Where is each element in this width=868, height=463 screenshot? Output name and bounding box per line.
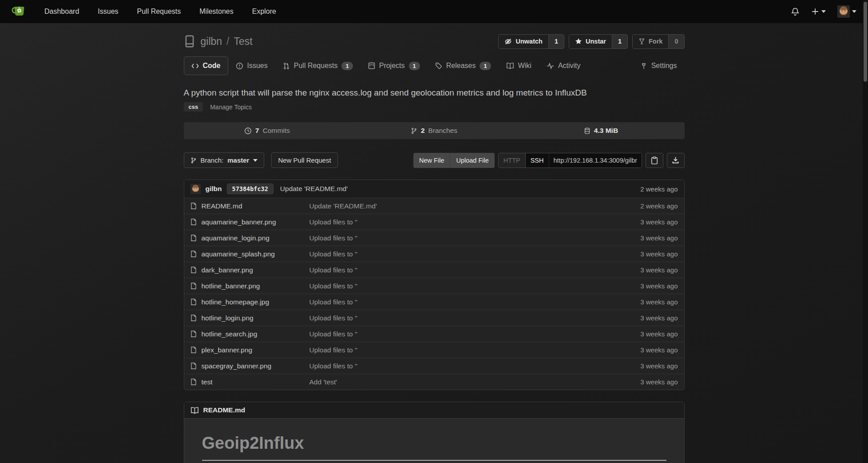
forks-count[interactable]: 0 xyxy=(668,35,684,48)
code-icon xyxy=(191,63,199,69)
new-file-button[interactable]: New File xyxy=(413,153,450,168)
file-name-link[interactable]: README.md xyxy=(202,202,242,210)
branch-selector[interactable]: Branch: master xyxy=(184,152,265,168)
watchers-count[interactable]: 1 xyxy=(548,35,564,48)
commits-stat[interactable]: 7 Commits xyxy=(184,122,351,139)
repo-header: gilbn / Test Unwatch 1 Unstar 1 xyxy=(184,33,685,50)
file-name-link[interactable]: hotline_homepage.jpg xyxy=(202,298,270,306)
readme-header: README.md xyxy=(184,402,684,419)
chevron-down-icon xyxy=(253,159,258,162)
tab-wiki-label: Wiki xyxy=(518,62,531,70)
scrollbar-thumb[interactable] xyxy=(864,2,867,82)
create-new-button[interactable] xyxy=(811,8,826,16)
file-commit-message[interactable]: Upload files to '' xyxy=(309,330,641,338)
file-name-link[interactable]: spacegray_banner.png xyxy=(202,362,272,370)
table-row: plex_banner.png Upload files to '' 3 wee… xyxy=(184,342,684,358)
tab-pull-requests[interactable]: Pull Requests 1 xyxy=(275,56,361,76)
branches-stat[interactable]: 2 Branches xyxy=(351,122,518,139)
repo-owner-link[interactable]: gilbn xyxy=(201,36,222,48)
upload-file-button[interactable]: Upload File xyxy=(450,153,494,168)
commit-hash-link[interactable]: 57384bfc32 xyxy=(227,184,273,194)
file-commit-message[interactable]: Update 'README.md' xyxy=(309,202,641,210)
file-name-link[interactable]: dark_banner.png xyxy=(202,266,253,274)
file-commit-message[interactable]: Upload files to '' xyxy=(309,298,641,306)
topnav-item[interactable]: Milestones xyxy=(199,8,233,16)
pulse-icon xyxy=(547,63,554,69)
file-name-link[interactable]: hotline_login.png xyxy=(202,314,254,322)
tab-releases[interactable]: Releases 1 xyxy=(428,56,499,76)
readme-body: Geoip2Influx DOCKER BUILD PASSING IMAGE … xyxy=(184,419,684,463)
file-name-link[interactable]: plex_banner.png xyxy=(202,346,253,354)
clone-url-input[interactable] xyxy=(549,153,642,168)
ssh-protocol-button[interactable]: SSH xyxy=(526,153,549,168)
file-commit-message[interactable]: Upload files to '' xyxy=(309,314,641,322)
tab-activity-label: Activity xyxy=(558,62,581,70)
commit-author-name[interactable]: gilbn xyxy=(206,185,222,193)
file-commit-message[interactable]: Upload files to '' xyxy=(309,250,641,258)
file-name-link[interactable]: hotline_search.jpg xyxy=(202,330,258,338)
tab-issues[interactable]: Issues xyxy=(228,56,275,75)
file-actions-group: New File Upload File xyxy=(413,153,495,168)
file-icon xyxy=(190,330,197,338)
file-name-link[interactable]: aquamarine_banner.png xyxy=(202,218,276,226)
toolbar-right: New File Upload File HTTP SSH xyxy=(413,153,684,168)
http-protocol-button[interactable]: HTTP xyxy=(499,153,526,168)
file-name-cell: dark_banner.png xyxy=(190,266,309,274)
tab-activity[interactable]: Activity xyxy=(539,56,588,75)
unwatch-button[interactable]: Unwatch xyxy=(499,35,548,48)
file-name-cell: plex_banner.png xyxy=(190,346,309,354)
topnav-item[interactable]: Issues xyxy=(98,8,118,16)
file-name-cell: hotline_homepage.jpg xyxy=(190,298,309,306)
file-commit-date: 3 weeks ago xyxy=(640,234,678,242)
download-button[interactable] xyxy=(667,153,685,168)
tab-wiki[interactable]: Wiki xyxy=(499,56,539,75)
file-commit-message[interactable]: Upload files to '' xyxy=(309,282,641,290)
topic-chip-css[interactable]: css xyxy=(184,102,203,112)
notifications-bell-icon[interactable] xyxy=(791,7,800,16)
file-commit-message[interactable]: Upload files to '' xyxy=(309,234,641,242)
unstar-button[interactable]: Unstar xyxy=(569,35,612,48)
copy-url-button[interactable] xyxy=(646,153,663,168)
repo-tabs: Code Issues Pull Requests 1 Projects 1 R… xyxy=(184,55,685,76)
file-name-link[interactable]: test xyxy=(202,378,213,386)
file-name-cell: spacegray_banner.png xyxy=(190,362,309,370)
file-commit-message[interactable]: Upload files to '' xyxy=(309,218,641,226)
file-commit-message[interactable]: Add 'test' xyxy=(309,378,641,386)
file-commit-date: 3 weeks ago xyxy=(640,330,678,338)
stars-count[interactable]: 1 xyxy=(612,35,627,48)
file-commit-message[interactable]: Upload files to '' xyxy=(309,362,641,370)
size-stat[interactable]: 4.3 MiB xyxy=(518,122,685,139)
gitea-logo-icon[interactable] xyxy=(12,5,27,18)
topnav-item[interactable]: Explore xyxy=(252,8,276,16)
tab-settings[interactable]: Settings xyxy=(633,56,685,75)
tab-code[interactable]: Code xyxy=(184,56,228,75)
eye-slash-icon xyxy=(504,38,512,45)
file-name-link[interactable]: aquamarine_splash.png xyxy=(202,250,275,258)
code-toolbar: Branch: master New Pull Request New File… xyxy=(184,152,685,168)
new-pull-request-button[interactable]: New Pull Request xyxy=(271,152,337,168)
user-menu[interactable] xyxy=(837,5,856,18)
fork-button[interactable]: Fork xyxy=(633,35,668,48)
topnav-item[interactable]: Pull Requests xyxy=(137,8,181,16)
tag-icon xyxy=(435,62,442,69)
table-row: hotline_banner.png Upload files to '' 3 … xyxy=(184,278,684,294)
tab-projects[interactable]: Projects 1 xyxy=(361,56,428,76)
branch-icon xyxy=(190,157,197,164)
repo-size-value: 4.3 MiB xyxy=(594,127,618,135)
file-name-link[interactable]: aquamarine_login.png xyxy=(202,234,270,242)
file-commit-message[interactable]: Upload files to '' xyxy=(309,346,641,354)
commit-author-avatar[interactable] xyxy=(190,184,201,194)
page-scrollbar[interactable] xyxy=(863,0,868,463)
commit-message-link[interactable]: Update 'README.md' xyxy=(280,185,348,193)
repo-name-link[interactable]: Test xyxy=(234,36,253,48)
pull-request-icon xyxy=(283,62,290,70)
watch-button-group: Unwatch 1 xyxy=(498,34,564,49)
tab-issues-label: Issues xyxy=(247,62,268,70)
topnav-item[interactable]: Dashboard xyxy=(44,8,79,16)
user-avatar[interactable] xyxy=(837,5,850,18)
file-commit-message[interactable]: Upload files to '' xyxy=(309,266,641,274)
file-name-link[interactable]: hotline_banner.png xyxy=(202,282,260,290)
unstar-label: Unstar xyxy=(586,38,606,45)
manage-topics-link[interactable]: Manage Topics xyxy=(210,104,252,111)
database-icon xyxy=(584,127,591,135)
